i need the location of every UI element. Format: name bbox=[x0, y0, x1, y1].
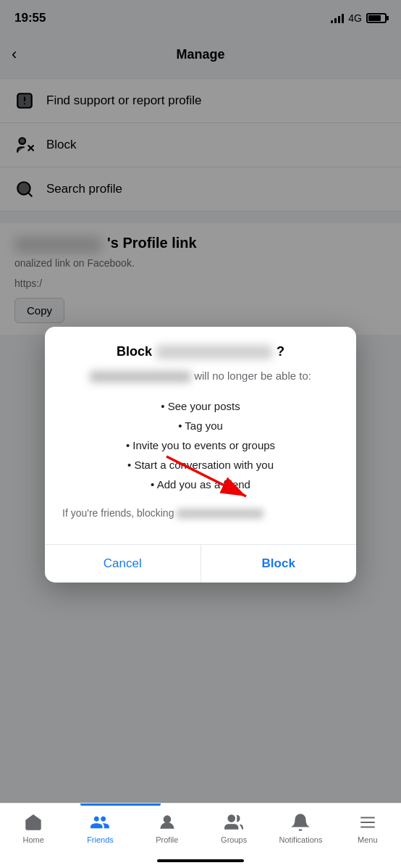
nav-item-home-label: Home bbox=[22, 835, 43, 844]
svg-point-11 bbox=[229, 815, 235, 822]
nav-item-notifications[interactable]: Notifications bbox=[267, 809, 334, 844]
svg-line-9 bbox=[166, 456, 246, 496]
home-icon bbox=[23, 812, 43, 832]
nav-item-groups-label: Groups bbox=[221, 835, 247, 844]
cancel-button[interactable]: Cancel bbox=[45, 544, 201, 582]
modal-body: Block ? will no longer be able to: • See… bbox=[45, 327, 356, 544]
nav-active-indicator bbox=[80, 804, 161, 806]
nav-item-friends[interactable]: Friends bbox=[67, 809, 133, 844]
bell-icon bbox=[290, 812, 311, 832]
home-indicator bbox=[157, 859, 244, 862]
nav-item-friends-label: Friends bbox=[87, 835, 114, 844]
profile-icon bbox=[157, 812, 177, 832]
svg-point-10 bbox=[164, 816, 170, 822]
nav-item-profile[interactable]: Profile bbox=[134, 809, 200, 844]
nav-item-home[interactable]: Home bbox=[0, 809, 67, 844]
list-item: • See your posts bbox=[62, 396, 339, 415]
groups-icon bbox=[224, 812, 244, 832]
block-confirm-button[interactable]: Block bbox=[201, 544, 357, 582]
menu-icon bbox=[358, 812, 378, 832]
nav-item-menu-label: Menu bbox=[358, 835, 378, 844]
nav-item-notifications-label: Notifications bbox=[279, 835, 323, 844]
modal-title-prefix: Block bbox=[117, 344, 152, 359]
nav-item-profile-label: Profile bbox=[156, 835, 178, 844]
modal-description: will no longer be able to: bbox=[62, 368, 339, 385]
red-arrow-indicator bbox=[152, 449, 268, 510]
nav-item-groups[interactable]: Groups bbox=[200, 809, 267, 844]
modal-description-name bbox=[90, 371, 191, 383]
friends-icon bbox=[90, 812, 110, 832]
list-item: • Tag you bbox=[62, 415, 339, 435]
modal-description-suffix: will no longer be able to: bbox=[194, 370, 311, 382]
modal-title: Block ? bbox=[62, 344, 339, 359]
modal-title-suffix: ? bbox=[277, 344, 284, 359]
modal-title-name bbox=[156, 344, 272, 359]
nav-item-menu[interactable]: Menu bbox=[334, 809, 401, 844]
modal-actions: Cancel Block bbox=[45, 544, 356, 582]
bottom-nav: Home Friends Profile Gr bbox=[0, 803, 401, 868]
